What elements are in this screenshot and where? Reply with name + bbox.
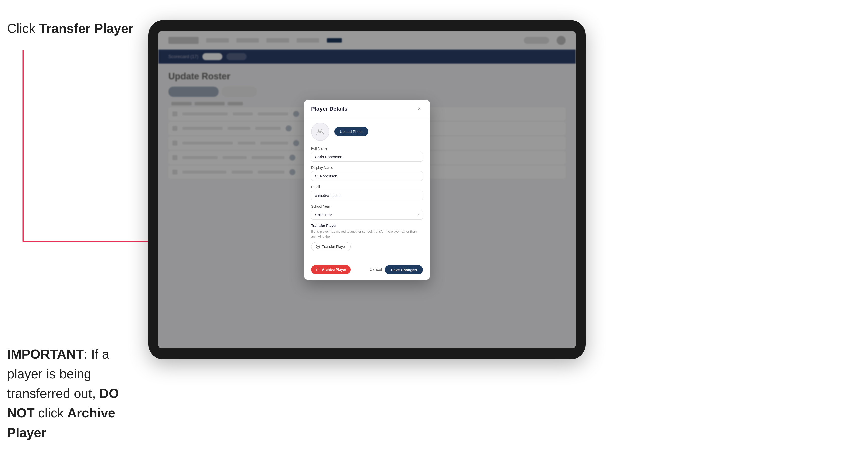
- full-name-field: Full Name: [311, 146, 423, 162]
- tablet-screen: Scorecard (17) Update Roster: [158, 31, 576, 348]
- instruction-text2: click: [35, 406, 67, 420]
- upload-photo-button[interactable]: Upload Photo: [334, 127, 368, 136]
- school-year-select[interactable]: First Year Second Year Third Year Fourth…: [311, 210, 423, 220]
- important-label: IMPORTANT: [7, 347, 84, 362]
- email-field: Email: [311, 185, 423, 200]
- save-changes-button[interactable]: Save Changes: [385, 265, 423, 275]
- display-name-input[interactable]: [311, 171, 423, 181]
- modal-footer: Archive Player Cancel Save Changes: [304, 261, 430, 280]
- modal-overlay: Player Details × Upload Photo: [158, 31, 576, 348]
- user-avatar-icon: [316, 127, 325, 136]
- archive-player-button[interactable]: Archive Player: [311, 265, 351, 274]
- display-name-field: Display Name: [311, 166, 423, 181]
- instruction-bottom: IMPORTANT: If a player is being transfer…: [7, 344, 148, 442]
- modal-header: Player Details ×: [304, 100, 430, 117]
- arrow-indicator: [11, 50, 167, 261]
- school-year-field: School Year First Year Second Year Third…: [311, 204, 423, 220]
- transfer-player-section: Transfer Player If this player has moved…: [311, 224, 423, 251]
- player-details-modal: Player Details × Upload Photo: [304, 100, 430, 280]
- photo-placeholder: [311, 123, 329, 141]
- instruction-prefix: Click: [7, 21, 39, 36]
- tablet-device: Scorecard (17) Update Roster: [148, 20, 586, 360]
- instruction-bold: Transfer Player: [39, 21, 133, 36]
- instruction-top: Click Transfer Player: [7, 20, 133, 37]
- archive-btn-label: Archive Player: [322, 268, 346, 272]
- cancel-button[interactable]: Cancel: [370, 268, 382, 272]
- modal-close-button[interactable]: ×: [416, 105, 423, 112]
- modal-body: Upload Photo Full Name Display Name: [304, 117, 430, 261]
- full-name-input[interactable]: [311, 152, 423, 162]
- transfer-player-button[interactable]: Transfer Player: [311, 242, 351, 251]
- email-label: Email: [311, 185, 423, 189]
- school-year-label: School Year: [311, 204, 423, 208]
- modal-title: Player Details: [311, 105, 347, 112]
- photo-row: Upload Photo: [311, 123, 423, 141]
- transfer-section-title: Transfer Player: [311, 224, 423, 228]
- svg-rect-3: [316, 268, 319, 269]
- email-input[interactable]: [311, 190, 423, 200]
- transfer-section-description: If this player has moved to another scho…: [311, 229, 423, 239]
- archive-icon: [316, 268, 320, 272]
- transfer-player-label: Transfer Player: [322, 245, 346, 249]
- transfer-icon: [316, 245, 320, 249]
- display-name-label: Display Name: [311, 166, 423, 170]
- full-name-label: Full Name: [311, 146, 423, 150]
